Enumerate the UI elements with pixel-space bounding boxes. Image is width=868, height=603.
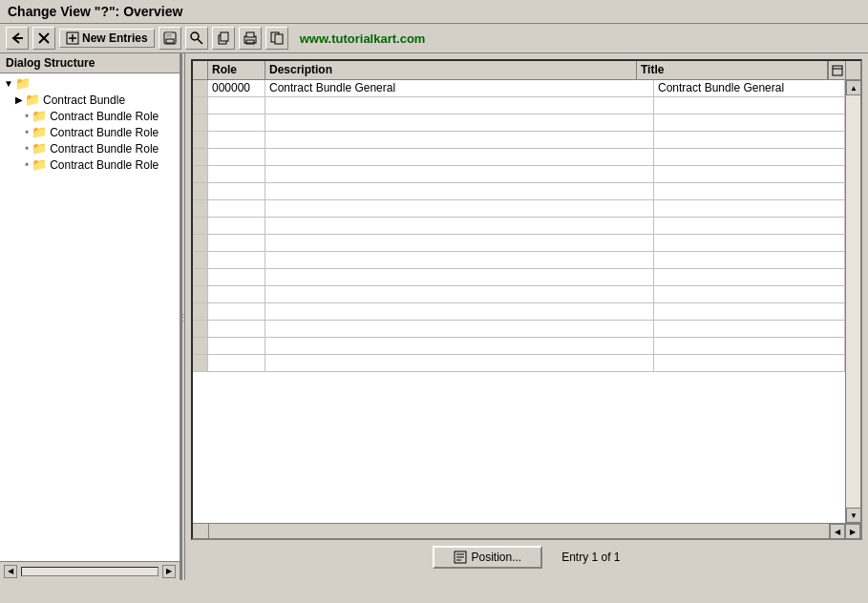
- cell-desc-1: Contract Bundle General: [265, 80, 654, 96]
- tree-item-4-label: Contract Bundle Role: [50, 158, 159, 172]
- hscroll-right-btn[interactable]: ▶: [845, 524, 860, 539]
- sidebar-content: ▼ 📁 ▶ 📁 Contract Bundle • 📁 Contract Bun…: [0, 73, 180, 175]
- new-entries-btn[interactable]: New Entries: [59, 29, 155, 48]
- svg-rect-12: [221, 32, 228, 41]
- table-header: Role Description Title: [193, 61, 860, 80]
- position-btn-label: Position...: [471, 551, 521, 564]
- table-row-empty-12: [193, 286, 845, 303]
- folder-icon-4: 📁: [32, 157, 47, 172]
- title-text: Change View "?": Overview: [8, 4, 182, 19]
- tree-item-1[interactable]: • 📁 Contract Bundle Role: [2, 108, 178, 124]
- col-header-role: Role: [208, 61, 265, 79]
- table-row[interactable]: 000000 Contract Bundle General Contract …: [193, 80, 845, 97]
- find-btn[interactable]: [185, 27, 208, 50]
- bullet-1: •: [25, 110, 29, 123]
- svg-point-9: [191, 32, 199, 40]
- table-row-empty-11: [193, 269, 845, 286]
- copy-btn[interactable]: [212, 27, 235, 50]
- expand-arrow: ▼: [4, 78, 13, 89]
- copy2-btn[interactable]: [265, 27, 288, 50]
- sidebar-main: Dialog Structure ▼ 📁 ▶ 📁 Contract Bundle…: [0, 53, 180, 561]
- scrollbar-header-spacer: [845, 61, 860, 79]
- table-row-empty-15: [193, 338, 845, 355]
- col-header-title: Title: [637, 61, 828, 79]
- sidebar-scroll-left[interactable]: ◀: [4, 565, 17, 578]
- bullet-3: •: [25, 142, 29, 156]
- table-row-empty-1: [193, 97, 845, 114]
- tree-item-3[interactable]: • 📁 Contract Bundle Role: [2, 140, 178, 156]
- sidebar-footer: ◀ ▶: [0, 561, 180, 580]
- sidebar-scroll-track[interactable]: [21, 567, 159, 576]
- svg-rect-14: [246, 32, 254, 37]
- table-row-empty-6: [193, 183, 845, 200]
- sidebar-header: Dialog Structure: [0, 53, 180, 73]
- tree-item-4[interactable]: • 📁 Contract Bundle Role: [2, 156, 178, 173]
- bundle-label: Contract Bundle: [43, 94, 125, 107]
- footer: Position... Entry 1 of 1: [191, 540, 862, 574]
- svg-rect-17: [275, 34, 283, 44]
- table-row-empty-2: [193, 114, 845, 132]
- tree-item-1-label: Contract Bundle Role: [50, 110, 159, 123]
- vscroll-track[interactable]: [846, 95, 860, 508]
- hscroll-left-btn[interactable]: ◀: [830, 524, 845, 539]
- svg-line-10: [198, 39, 202, 44]
- entry-info: Entry 1 of 1: [561, 551, 620, 564]
- expand-arrow-bundle: ▶: [15, 94, 23, 105]
- col-header-desc: Description: [265, 61, 637, 79]
- folder-icon-3: 📁: [32, 141, 47, 156]
- folder-icon-1: 📁: [32, 109, 47, 123]
- table-row-empty-13: [193, 303, 845, 321]
- content-area: Role Description Title: [185, 53, 868, 580]
- main-layout: Dialog Structure ▼ 📁 ▶ 📁 Contract Bundle…: [0, 53, 868, 580]
- folder-icon-2: 📁: [32, 125, 47, 139]
- save-btn[interactable]: [159, 27, 181, 50]
- toolbar: New Entries www.tutorialkart.com: [0, 24, 868, 53]
- new-entries-label: New Entries: [82, 31, 148, 45]
- exit-btn[interactable]: [32, 27, 55, 50]
- print-btn[interactable]: [239, 27, 262, 50]
- folder-icon-bundle: 📁: [25, 93, 40, 107]
- sidebar-wrapper: Dialog Structure ▼ 📁 ▶ 📁 Contract Bundle…: [0, 53, 181, 580]
- folder-icon-root: 📁: [15, 76, 31, 91]
- tree-item-root[interactable]: ▼ 📁: [2, 75, 178, 92]
- title-bar: Change View "?": Overview: [0, 0, 868, 24]
- header-selector: [193, 61, 208, 79]
- table-vscrollbar: ▲ ▼: [845, 80, 860, 523]
- svg-rect-7: [166, 32, 172, 37]
- col-settings-btn[interactable]: [828, 61, 845, 79]
- table-row-empty-3: [193, 132, 845, 149]
- table-row-empty-8: [193, 218, 845, 235]
- table-body-wrapper: 000000 Contract Bundle General Contract …: [193, 80, 860, 523]
- row-selector-1[interactable]: [193, 80, 208, 96]
- table-row-empty-14: [193, 321, 845, 338]
- watermark-text: www.tutorialkart.com: [300, 31, 426, 46]
- table-row-empty-9: [193, 235, 845, 252]
- hscroll-spacer: [193, 524, 208, 538]
- data-table: Role Description Title: [191, 59, 862, 540]
- table-row-empty-16: [193, 355, 845, 372]
- back-btn[interactable]: [6, 27, 29, 50]
- bullet-4: •: [25, 158, 29, 172]
- tree-item-3-label: Contract Bundle Role: [50, 142, 159, 156]
- table-row-empty-10: [193, 252, 845, 269]
- position-btn[interactable]: Position...: [433, 546, 542, 569]
- tree-item-2-label: Contract Bundle Role: [50, 126, 159, 139]
- cell-title-1: Contract Bundle General: [654, 80, 845, 96]
- sidebar-scroll-right[interactable]: ▶: [162, 565, 176, 578]
- tree-item-2[interactable]: • 📁 Contract Bundle Role: [2, 124, 178, 140]
- cell-role-1: 000000: [208, 80, 265, 96]
- table-row-empty-7: [193, 200, 845, 218]
- bullet-2: •: [25, 126, 29, 139]
- table-row-empty-5: [193, 166, 845, 183]
- table-row-empty-4: [193, 149, 845, 166]
- svg-rect-18: [833, 66, 842, 75]
- svg-rect-8: [166, 39, 174, 43]
- tree-item-bundle[interactable]: ▶ 📁 Contract Bundle: [2, 92, 178, 108]
- vscroll-down-btn[interactable]: ▼: [846, 508, 860, 523]
- hscroll-track[interactable]: [208, 524, 830, 538]
- table-hscrollbar: ◀ ▶: [193, 523, 860, 538]
- table-body: 000000 Contract Bundle General Contract …: [193, 80, 845, 523]
- vscroll-up-btn[interactable]: ▲: [846, 80, 860, 95]
